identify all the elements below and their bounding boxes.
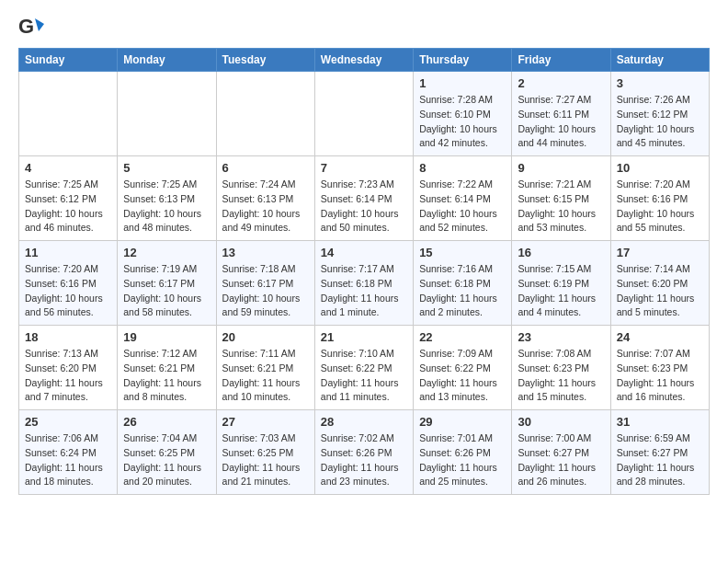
day-number: 23 xyxy=(518,330,604,344)
day-info: Sunrise: 7:13 AMSunset: 6:20 PMDaylight:… xyxy=(25,347,111,405)
weekday-header-sunday: Sunday xyxy=(19,49,118,72)
calendar-cell: 8Sunrise: 7:22 AMSunset: 6:14 PMDaylight… xyxy=(414,156,512,241)
calendar-cell xyxy=(216,72,314,156)
svg-text:G: G xyxy=(18,15,34,38)
logo-icon: G xyxy=(18,15,44,40)
calendar-week-row: 4Sunrise: 7:25 AMSunset: 6:12 PMDaylight… xyxy=(19,156,710,241)
calendar-cell: 13Sunrise: 7:18 AMSunset: 6:17 PMDayligh… xyxy=(216,241,314,326)
day-number: 2 xyxy=(518,76,604,90)
day-info: Sunrise: 7:23 AMSunset: 6:14 PMDaylight:… xyxy=(321,178,407,236)
weekday-header-wednesday: Wednesday xyxy=(314,49,413,72)
day-info: Sunrise: 7:09 AMSunset: 6:22 PMDaylight:… xyxy=(419,347,506,405)
calendar-cell: 28Sunrise: 7:02 AMSunset: 6:26 PMDayligh… xyxy=(314,410,413,495)
calendar-week-row: 11Sunrise: 7:20 AMSunset: 6:16 PMDayligh… xyxy=(19,241,710,326)
calendar-table: SundayMondayTuesdayWednesdayThursdayFrid… xyxy=(18,48,710,495)
day-info: Sunrise: 7:14 AMSunset: 6:20 PMDaylight:… xyxy=(617,262,703,320)
day-number: 24 xyxy=(617,330,703,344)
day-info: Sunrise: 7:18 AMSunset: 6:17 PMDaylight:… xyxy=(222,262,309,320)
day-info: Sunrise: 7:24 AMSunset: 6:13 PMDaylight:… xyxy=(222,178,309,236)
day-info: Sunrise: 7:10 AMSunset: 6:22 PMDaylight:… xyxy=(321,347,407,405)
calendar-cell: 31Sunrise: 6:59 AMSunset: 6:27 PMDayligh… xyxy=(610,410,709,495)
day-info: Sunrise: 7:15 AMSunset: 6:19 PMDaylight:… xyxy=(518,262,604,320)
weekday-header-thursday: Thursday xyxy=(414,49,512,72)
calendar-week-row: 1Sunrise: 7:28 AMSunset: 6:10 PMDaylight… xyxy=(19,72,710,156)
calendar-cell: 15Sunrise: 7:16 AMSunset: 6:18 PMDayligh… xyxy=(414,241,512,326)
day-number: 13 xyxy=(222,246,309,259)
day-info: Sunrise: 7:20 AMSunset: 6:16 PMDaylight:… xyxy=(25,262,111,320)
day-info: Sunrise: 7:20 AMSunset: 6:16 PMDaylight:… xyxy=(617,178,703,236)
calendar-cell: 18Sunrise: 7:13 AMSunset: 6:20 PMDayligh… xyxy=(19,326,118,410)
day-number: 27 xyxy=(222,415,309,429)
calendar-cell: 25Sunrise: 7:06 AMSunset: 6:24 PMDayligh… xyxy=(19,410,118,495)
calendar-cell: 10Sunrise: 7:20 AMSunset: 6:16 PMDayligh… xyxy=(610,156,709,241)
day-number: 8 xyxy=(419,161,506,175)
day-number: 6 xyxy=(222,161,309,175)
calendar-week-row: 25Sunrise: 7:06 AMSunset: 6:24 PMDayligh… xyxy=(19,410,710,495)
day-number: 1 xyxy=(419,76,506,90)
calendar-cell: 9Sunrise: 7:21 AMSunset: 6:15 PMDaylight… xyxy=(512,156,610,241)
day-number: 31 xyxy=(617,415,703,429)
calendar-cell: 16Sunrise: 7:15 AMSunset: 6:19 PMDayligh… xyxy=(512,241,610,326)
day-number: 10 xyxy=(617,161,703,175)
day-info: Sunrise: 7:12 AMSunset: 6:21 PMDaylight:… xyxy=(123,347,210,405)
day-info: Sunrise: 7:25 AMSunset: 6:12 PMDaylight:… xyxy=(25,178,111,236)
calendar-cell: 1Sunrise: 7:28 AMSunset: 6:10 PMDaylight… xyxy=(414,72,512,156)
calendar-cell xyxy=(118,72,216,156)
day-info: Sunrise: 7:04 AMSunset: 6:25 PMDaylight:… xyxy=(123,431,210,489)
day-info: Sunrise: 6:59 AMSunset: 6:27 PMDaylight:… xyxy=(617,431,703,489)
svg-marker-1 xyxy=(35,18,44,31)
day-number: 17 xyxy=(617,246,703,259)
logo: G xyxy=(18,15,46,40)
day-number: 20 xyxy=(222,330,309,344)
day-number: 3 xyxy=(617,76,703,90)
calendar-cell: 5Sunrise: 7:25 AMSunset: 6:13 PMDaylight… xyxy=(118,156,216,241)
calendar-cell: 14Sunrise: 7:17 AMSunset: 6:18 PMDayligh… xyxy=(314,241,413,326)
day-info: Sunrise: 7:21 AMSunset: 6:15 PMDaylight:… xyxy=(518,178,604,236)
day-info: Sunrise: 7:07 AMSunset: 6:23 PMDaylight:… xyxy=(617,347,703,405)
calendar-week-row: 18Sunrise: 7:13 AMSunset: 6:20 PMDayligh… xyxy=(19,326,710,410)
day-number: 21 xyxy=(321,330,407,344)
day-number: 12 xyxy=(123,246,210,259)
day-number: 14 xyxy=(321,246,407,259)
calendar-cell: 12Sunrise: 7:19 AMSunset: 6:17 PMDayligh… xyxy=(118,241,216,326)
calendar-cell xyxy=(19,72,118,156)
calendar-cell: 7Sunrise: 7:23 AMSunset: 6:14 PMDaylight… xyxy=(314,156,413,241)
day-number: 25 xyxy=(25,415,111,429)
day-number: 28 xyxy=(321,415,407,429)
day-info: Sunrise: 7:17 AMSunset: 6:18 PMDaylight:… xyxy=(321,262,407,320)
calendar-cell: 29Sunrise: 7:01 AMSunset: 6:26 PMDayligh… xyxy=(414,410,512,495)
day-info: Sunrise: 7:03 AMSunset: 6:25 PMDaylight:… xyxy=(222,431,309,489)
day-number: 18 xyxy=(25,330,111,344)
day-number: 26 xyxy=(123,415,210,429)
day-info: Sunrise: 7:25 AMSunset: 6:13 PMDaylight:… xyxy=(123,178,210,236)
day-number: 29 xyxy=(419,415,506,429)
day-info: Sunrise: 7:16 AMSunset: 6:18 PMDaylight:… xyxy=(419,262,506,320)
weekday-header-monday: Monday xyxy=(118,49,216,72)
day-info: Sunrise: 7:00 AMSunset: 6:27 PMDaylight:… xyxy=(518,431,604,489)
calendar-cell: 19Sunrise: 7:12 AMSunset: 6:21 PMDayligh… xyxy=(118,326,216,410)
day-number: 9 xyxy=(518,161,604,175)
weekday-header-saturday: Saturday xyxy=(610,49,709,72)
day-number: 7 xyxy=(321,161,407,175)
day-info: Sunrise: 7:27 AMSunset: 6:11 PMDaylight:… xyxy=(518,93,604,151)
calendar-cell: 22Sunrise: 7:09 AMSunset: 6:22 PMDayligh… xyxy=(414,326,512,410)
day-number: 30 xyxy=(518,415,604,429)
day-number: 19 xyxy=(123,330,210,344)
day-info: Sunrise: 7:08 AMSunset: 6:23 PMDaylight:… xyxy=(518,347,604,405)
day-info: Sunrise: 7:11 AMSunset: 6:21 PMDaylight:… xyxy=(222,347,309,405)
calendar-cell: 23Sunrise: 7:08 AMSunset: 6:23 PMDayligh… xyxy=(512,326,610,410)
day-number: 22 xyxy=(419,330,506,344)
day-info: Sunrise: 7:22 AMSunset: 6:14 PMDaylight:… xyxy=(419,178,506,236)
calendar-cell: 27Sunrise: 7:03 AMSunset: 6:25 PMDayligh… xyxy=(216,410,314,495)
calendar-cell: 6Sunrise: 7:24 AMSunset: 6:13 PMDaylight… xyxy=(216,156,314,241)
weekday-header-friday: Friday xyxy=(512,49,610,72)
day-number: 16 xyxy=(518,246,604,259)
calendar-cell: 3Sunrise: 7:26 AMSunset: 6:12 PMDaylight… xyxy=(610,72,709,156)
calendar-cell: 21Sunrise: 7:10 AMSunset: 6:22 PMDayligh… xyxy=(314,326,413,410)
weekday-header-tuesday: Tuesday xyxy=(216,49,314,72)
calendar-cell xyxy=(314,72,413,156)
calendar-cell: 30Sunrise: 7:00 AMSunset: 6:27 PMDayligh… xyxy=(512,410,610,495)
calendar-cell: 20Sunrise: 7:11 AMSunset: 6:21 PMDayligh… xyxy=(216,326,314,410)
day-info: Sunrise: 7:19 AMSunset: 6:17 PMDaylight:… xyxy=(123,262,210,320)
day-number: 5 xyxy=(123,161,210,175)
